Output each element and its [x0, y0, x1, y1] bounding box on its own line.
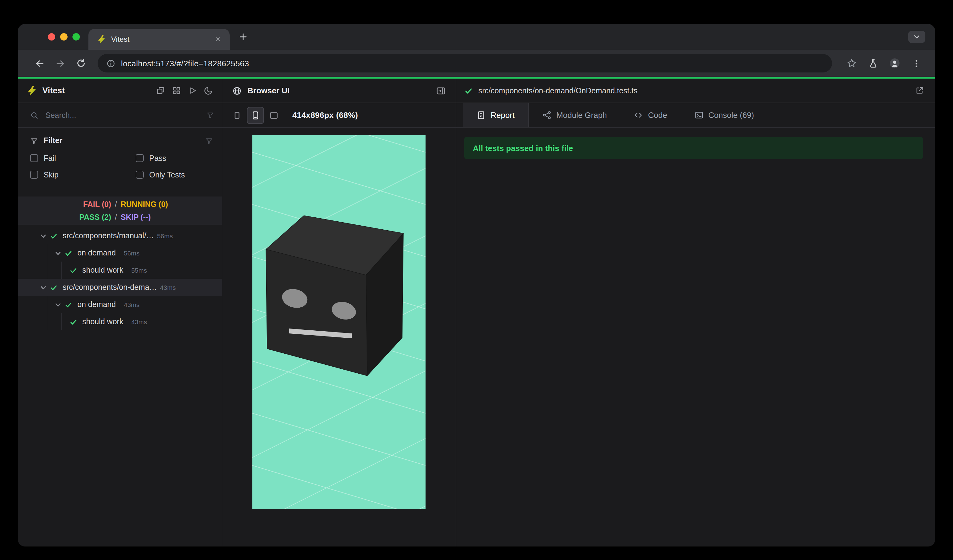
chevron-down-icon[interactable]: [55, 250, 61, 256]
search-bar: [18, 103, 222, 128]
site-info-icon[interactable]: [106, 59, 115, 68]
open-external-icon[interactable]: [912, 83, 927, 98]
search-input[interactable]: [44, 110, 201, 120]
browser-window: Vitest: [18, 24, 935, 546]
browser-tab-strip: Vitest: [18, 24, 935, 50]
close-window-button[interactable]: [48, 33, 55, 40]
chevron-down-icon[interactable]: [55, 301, 61, 308]
device-phone-icon[interactable]: [247, 107, 264, 124]
test-file-name: src/components/on-dema…: [63, 283, 157, 292]
device-phone-small-icon[interactable]: [228, 107, 245, 124]
rerun-all-play-icon[interactable]: [185, 83, 200, 98]
url-text: localhost:5173/#/?file=1828625563: [121, 59, 249, 68]
checkbox[interactable]: [136, 154, 144, 162]
summary-separator: /: [111, 200, 121, 208]
reset-filter-funnel-icon[interactable]: [205, 137, 213, 144]
reload-icon[interactable]: [72, 54, 90, 73]
tree-test-row[interactable]: should work 55ms: [18, 262, 222, 279]
menu-dots-icon[interactable]: [907, 54, 925, 73]
tab-search-chevron-icon[interactable]: [908, 31, 925, 43]
filter-section: Filter Fail Pass: [18, 128, 222, 185]
tree-test-row[interactable]: should work 43ms: [18, 313, 222, 330]
tab-label: Code: [648, 110, 667, 120]
test-file-name: src/components/manual/…: [63, 231, 154, 240]
test-duration: 55ms: [131, 267, 147, 274]
sidebar: Vitest: [18, 79, 222, 546]
bookmark-star-icon[interactable]: [843, 54, 861, 73]
screen: Vitest: [0, 0, 953, 560]
module-graph-icon: [542, 110, 551, 120]
tree-indent-guide: [61, 313, 62, 330]
vitest-logo: [26, 85, 37, 96]
vitest-favicon: [97, 35, 106, 44]
test-duration: 43ms: [131, 318, 147, 326]
pass-check-icon: [50, 283, 58, 292]
chevron-down-icon[interactable]: [40, 284, 47, 291]
tab-report[interactable]: Report: [463, 103, 529, 127]
test-file-path: src/components/on-demand/OnDemand.test.t…: [478, 86, 906, 95]
back-icon[interactable]: [30, 54, 48, 73]
tab-label: Report: [490, 110, 515, 120]
filter-checkbox-pass[interactable]: Pass: [136, 151, 214, 165]
tab-code[interactable]: Code: [621, 103, 681, 127]
suite-name: on demand: [78, 300, 116, 309]
globe-icon: [232, 86, 242, 96]
test-duration: 43ms: [124, 301, 140, 308]
url-bar[interactable]: localhost:5173/#/?file=1828625563: [98, 54, 832, 73]
experiments-flask-icon[interactable]: [864, 54, 882, 73]
tree-indent-guide: [61, 262, 62, 279]
tree-suite-row[interactable]: on demand 56ms: [18, 244, 222, 262]
checkbox[interactable]: [30, 154, 38, 162]
new-tab-button[interactable]: [234, 28, 252, 45]
summary-row-pass-skip: PASS (2) / SKIP (--): [18, 211, 222, 223]
file-pass-check-icon: [464, 86, 473, 95]
dashboard-grid-icon[interactable]: [169, 83, 183, 98]
dark-mode-moon-icon[interactable]: [201, 83, 216, 98]
minimize-window-button[interactable]: [60, 33, 68, 40]
filter-checkbox-skip[interactable]: Skip: [30, 168, 136, 182]
tree-suite-row[interactable]: on demand 43ms: [18, 296, 222, 313]
zoom-window-button[interactable]: [73, 33, 80, 40]
tree-indent-guide: [47, 296, 47, 330]
vitest-ui: Vitest: [18, 79, 935, 546]
browser-ui-header: Browser UI: [222, 79, 456, 103]
tree-file-row-selected[interactable]: src/components/on-dema… 43ms: [18, 279, 222, 296]
filter-options: Fail Pass Skip Only Tests: [30, 151, 214, 182]
tab-console[interactable]: Console (69): [681, 103, 768, 127]
expand-panel-icon[interactable]: [433, 83, 448, 98]
browser-tab[interactable]: Vitest: [88, 29, 230, 50]
all-tests-passed-banner: All tests passed in this file: [464, 137, 923, 159]
browser-ui-title: Browser UI: [247, 86, 428, 95]
test-duration: 56ms: [157, 232, 213, 239]
test-duration: 56ms: [124, 249, 140, 257]
pass-check-icon: [69, 318, 78, 326]
chevron-down-icon[interactable]: [40, 233, 47, 239]
checkbox-label: Skip: [43, 171, 59, 179]
tab-close-icon[interactable]: [213, 34, 224, 45]
window-controls: [18, 33, 88, 40]
forward-icon[interactable]: [51, 54, 69, 73]
running-count: RUNNING (0): [121, 200, 168, 208]
test-name: should work: [82, 266, 123, 275]
checkbox[interactable]: [136, 171, 144, 179]
collapse-tests-icon[interactable]: [153, 83, 168, 98]
tree-file-row[interactable]: src/components/manual/… 56ms: [18, 227, 222, 244]
filter-checkbox-only-tests[interactable]: Only Tests: [136, 168, 214, 182]
console-icon: [694, 110, 703, 120]
summary-row-fail-running: FAIL (0) / RUNNING (0): [18, 198, 222, 211]
device-tablet-icon[interactable]: [265, 107, 282, 124]
pass-check-icon: [64, 249, 73, 257]
tab-module-graph[interactable]: Module Graph: [529, 103, 621, 127]
profile-avatar[interactable]: [885, 54, 904, 73]
checkbox[interactable]: [30, 171, 38, 179]
tested-page-viewport[interactable]: [252, 135, 425, 509]
sidebar-actions: [153, 83, 216, 98]
test-tree: src/components/manual/… 56ms on demand 5…: [18, 227, 222, 546]
filter-header: Filter: [30, 133, 214, 149]
clear-filter-funnel-icon[interactable]: [206, 111, 214, 119]
filter-checkbox-fail[interactable]: Fail: [30, 151, 136, 165]
report-tabs: Report Module Graph Code: [456, 103, 935, 128]
filter-title: Filter: [43, 137, 62, 145]
test-summary: FAIL (0) / RUNNING (0) PASS (2) / SKIP (…: [18, 197, 222, 225]
browser-ui-panel: Browser UI: [222, 79, 456, 546]
